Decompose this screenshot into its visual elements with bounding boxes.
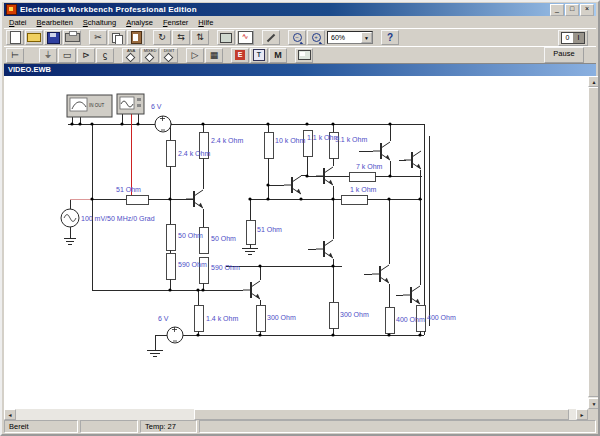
print-button[interactable] — [63, 30, 81, 45]
bode-plotter-icon[interactable]: IN OUT — [67, 95, 112, 117]
flip-vertical-button[interactable]: ⇅ — [191, 30, 209, 45]
status-temperature: Temp: 27 — [140, 420, 197, 433]
diode-icon: ⊳ — [82, 51, 90, 60]
favorites-bin-button[interactable]: ⊢ — [6, 48, 24, 63]
transistor[interactable] — [284, 176, 301, 194]
component-value-label: 6 V — [151, 103, 162, 110]
open-button[interactable] — [25, 30, 43, 45]
dc-source-top[interactable] — [155, 116, 171, 132]
subcircuit-icon — [220, 33, 232, 43]
misc-icon: M — [274, 50, 282, 60]
schematic-canvas[interactable]: IN OUT 6 V 2.4 k Ohm 2.4 k Ohm 10 k Ohm … — [4, 76, 589, 409]
zoom-in-button[interactable]: + — [307, 30, 325, 45]
new-button[interactable] — [6, 30, 24, 45]
ground-symbols[interactable] — [64, 238, 258, 356]
scroll-right-button[interactable] — [576, 409, 588, 420]
sources-bin-button[interactable]: ⏚ — [39, 48, 57, 63]
maximize-button[interactable]: □ — [565, 4, 579, 16]
printer-icon — [65, 33, 80, 42]
copy-icon — [112, 33, 122, 43]
resistor — [385, 307, 394, 333]
subcircuit-button[interactable] — [217, 30, 235, 45]
menu-hilfe[interactable]: Hilfe — [193, 18, 218, 27]
transistor[interactable] — [373, 142, 390, 160]
menu-schaltung[interactable]: Schaltung — [78, 18, 121, 27]
status-message: Bereit — [4, 420, 78, 433]
document-title-bar[interactable]: VIDEO.EWB — [4, 64, 596, 76]
parts-bin-toolbar: ⊢ ⏚ ▭ ⊳ ϛ ANA MIXED DIGIT ▷ ▦ E T M — [4, 46, 596, 64]
status-bar: Bereit Temp: 27 — [4, 420, 596, 434]
power-switch[interactable]: 0 I — [558, 30, 588, 46]
dc-source-bottom[interactable] — [167, 327, 183, 343]
save-button[interactable] — [44, 30, 62, 45]
digital-ics-icon: DIGIT — [164, 49, 175, 61]
help-icon: ? — [387, 32, 393, 43]
transistor[interactable] — [243, 281, 260, 299]
component-value-label: 9.1 k Ohm — [335, 136, 367, 143]
logic-gates-bin-button[interactable]: ▷ — [186, 48, 204, 63]
ground-symbol — [147, 350, 163, 356]
flip-vertical-icon: ⇅ — [196, 33, 204, 42]
controls-bin-button[interactable]: T — [250, 48, 268, 63]
menu-analyse[interactable]: Analyse — [121, 18, 158, 27]
transistor[interactable] — [372, 265, 389, 283]
resistor — [264, 132, 273, 158]
paste-button[interactable] — [127, 30, 145, 45]
menu-datei[interactable]: Datei — [4, 18, 32, 27]
chevron-down-icon[interactable]: ▼ — [361, 32, 372, 43]
mixed-ics-bin-button[interactable]: MIXED — [141, 48, 159, 63]
transistor[interactable] — [186, 190, 203, 208]
open-folder-icon — [27, 33, 41, 42]
help-button[interactable]: ? — [381, 30, 399, 45]
digital-ics-bin-button[interactable]: DIGIT — [160, 48, 178, 63]
oscilloscope-icon[interactable] — [117, 94, 144, 114]
digital-bin-button[interactable]: ▦ — [205, 48, 223, 63]
pause-button[interactable]: Pause — [544, 47, 584, 63]
scroll-down-button[interactable] — [588, 398, 600, 409]
vertical-scroll-thumb[interactable] — [588, 87, 600, 397]
horizontal-scroll-thumb[interactable] — [194, 409, 569, 420]
resistor — [329, 302, 338, 328]
diodes-bin-button[interactable]: ⊳ — [77, 48, 95, 63]
ac-source[interactable] — [61, 209, 79, 227]
menu-bearbeiten[interactable]: Bearbeiten — [32, 18, 78, 27]
component-value-label: 100 mV/50 MHz/0 Grad — [81, 215, 155, 222]
flip-flop-icon: ▦ — [210, 51, 219, 60]
copy-button[interactable] — [108, 30, 126, 45]
transistor[interactable] — [404, 151, 421, 169]
instruments-bin-button[interactable] — [295, 48, 313, 63]
rotate-button[interactable]: ↻ — [153, 30, 171, 45]
minimize-button[interactable]: _ — [550, 4, 564, 16]
analog-ics-bin-button[interactable]: ANA — [122, 48, 140, 63]
scroll-up-button[interactable] — [588, 76, 600, 87]
menu-fenster[interactable]: Fenster — [158, 18, 193, 27]
graphs-button[interactable]: ∿ — [236, 30, 254, 45]
scroll-left-button[interactable] — [4, 409, 16, 420]
indicators-bin-button[interactable]: E — [231, 48, 249, 63]
power-off-label: 0 — [562, 33, 573, 43]
transistors-bin-button[interactable]: ϛ — [96, 48, 114, 63]
logic-gate-icon: ▷ — [192, 51, 199, 60]
flip-horizontal-icon: ⇆ — [177, 33, 185, 42]
vertical-scrollbar[interactable] — [588, 76, 600, 409]
flip-horizontal-button[interactable]: ⇆ — [172, 30, 190, 45]
cut-button[interactable]: ✂ — [89, 30, 107, 45]
zoom-level-select[interactable]: 60% ▼ — [327, 31, 373, 44]
transistor[interactable] — [403, 286, 420, 304]
close-button[interactable]: × — [580, 4, 594, 16]
horizontal-scrollbar[interactable] — [4, 409, 588, 420]
component-properties-button[interactable] — [262, 30, 280, 45]
transistor[interactable] — [316, 240, 333, 258]
analog-ics-icon: ANA — [127, 49, 135, 61]
basic-bin-button[interactable]: ▭ — [58, 48, 76, 63]
title-bar[interactable]: Electronics Workbench Professional Editi… — [4, 3, 596, 16]
resistor — [199, 227, 208, 253]
transistors[interactable] — [186, 142, 421, 304]
miscellaneous-bin-button[interactable]: M — [269, 48, 287, 63]
zoom-out-button[interactable]: − — [288, 30, 306, 45]
component-value-label: 1 k Ohm — [350, 186, 377, 193]
component-value-label: 6 V — [158, 315, 169, 322]
resistor — [256, 305, 265, 331]
resistor — [166, 253, 175, 279]
mixed-ics-icon: MIXED — [144, 49, 157, 61]
